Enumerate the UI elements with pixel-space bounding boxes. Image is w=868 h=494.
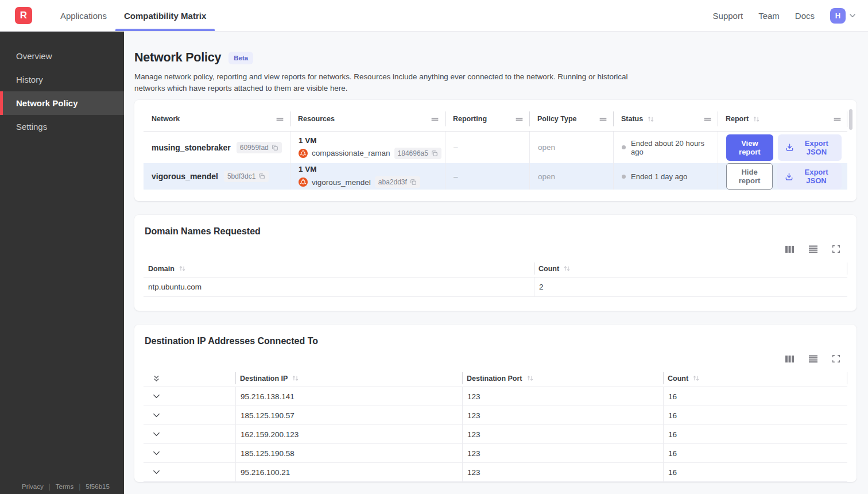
sort-icon[interactable] — [179, 265, 186, 272]
row-density-icon[interactable] — [808, 245, 818, 253]
page-description: Manage network policy, reporting and vie… — [134, 71, 635, 94]
column-header-status[interactable]: Status — [613, 107, 718, 131]
expand-all-header[interactable] — [144, 370, 235, 387]
chevron-down-icon[interactable] — [153, 413, 160, 418]
row-expander — [144, 463, 235, 481]
network-id-badge: 5bdf3dc1 — [224, 171, 269, 182]
sidebar-item-settings[interactable]: Settings — [0, 115, 124, 138]
primary-nav: Applications Compatibility Matrix — [52, 0, 215, 31]
destination-row[interactable]: 185.125.190.58 123 16 — [144, 444, 847, 463]
column-header-reporting[interactable]: Reporting — [445, 107, 529, 131]
destination-row[interactable]: 162.159.200.123 123 16 — [144, 425, 847, 444]
avatar[interactable]: H — [830, 8, 846, 24]
column-header-destination-ip[interactable]: Destination IP — [235, 370, 462, 387]
nav-link-support[interactable]: Support — [713, 11, 743, 21]
sort-icon[interactable] — [692, 375, 700, 381]
nav-link-team[interactable]: Team — [758, 11, 780, 21]
export-json-button[interactable]: Export JSON — [778, 134, 842, 161]
terms-link[interactable]: Terms — [56, 483, 73, 490]
user-menu[interactable]: H — [830, 8, 857, 24]
columns-icon[interactable] — [785, 355, 795, 363]
page-title: Network Policy — [134, 51, 221, 65]
column-header-resources[interactable]: Resources — [290, 107, 445, 131]
vm-name: vigorous_mendel — [312, 178, 371, 187]
report-cell: Hide report Export JSON — [718, 163, 847, 190]
chevron-down-icon[interactable] — [153, 470, 160, 474]
sort-icon[interactable] — [563, 265, 571, 272]
chevron-down-icon[interactable] — [153, 451, 160, 456]
double-chevron-down-icon[interactable] — [153, 375, 160, 383]
sort-icon[interactable] — [292, 375, 299, 381]
chevron-down-icon[interactable] — [153, 432, 160, 437]
sort-icon[interactable] — [753, 116, 760, 122]
row-expander — [144, 444, 235, 462]
count-cell: 16 — [663, 387, 847, 406]
column-resize-handle-icon[interactable] — [276, 117, 284, 122]
status-cell: Ended 1 day ago — [613, 163, 718, 190]
tab-applications[interactable]: Applications — [52, 0, 115, 31]
status-dot — [622, 145, 626, 149]
resources-cell: 1 VM compassionate_raman 184696a5 — [290, 132, 445, 163]
copy-icon[interactable] — [258, 173, 265, 180]
sidebar-item-history[interactable]: History — [0, 68, 124, 91]
row-expander — [144, 387, 235, 406]
destination-port-cell: 123 — [462, 425, 663, 443]
sidebar-item-network-policy[interactable]: Network Policy — [0, 91, 124, 115]
app-window: R Applications Compatibility Matrix Supp… — [0, 0, 868, 494]
download-icon — [785, 172, 793, 181]
destination-row[interactable]: 95.216.138.141 123 16 — [144, 387, 847, 406]
column-resize-handle-icon[interactable] — [703, 117, 712, 122]
network-row-vigorous-mendel[interactable]: vigorous_mendel 5bdf3dc1 1 VM vigorous_m… — [144, 163, 847, 190]
sidebar-item-overview[interactable]: Overview — [0, 44, 124, 68]
fullscreen-icon[interactable] — [832, 354, 840, 363]
column-header-network[interactable]: Network — [144, 107, 290, 131]
column-header-count[interactable]: Count — [534, 260, 847, 277]
network-name-cell: musing_stonebraker 60959fad — [144, 132, 290, 163]
status-cell: Ended about 20 hours ago — [613, 132, 718, 163]
sort-icon[interactable] — [526, 375, 534, 381]
divider: | — [49, 483, 51, 491]
column-resize-handle-icon[interactable] — [431, 117, 439, 122]
chevron-down-icon — [848, 11, 857, 20]
sort-icon[interactable] — [647, 116, 654, 122]
top-navbar: R Applications Compatibility Matrix Supp… — [0, 0, 868, 32]
network-name-cell: vigorous_mendel 5bdf3dc1 — [144, 163, 290, 190]
column-resize-handle-icon[interactable] — [833, 117, 842, 122]
nav-link-docs[interactable]: Docs — [795, 11, 815, 21]
copy-icon[interactable] — [410, 179, 417, 186]
row-density-icon[interactable] — [808, 355, 818, 363]
tab-compatibility-matrix[interactable]: Compatibility Matrix — [115, 0, 215, 31]
divider: | — [79, 483, 80, 491]
export-json-button[interactable]: Export JSON — [777, 163, 842, 190]
ubuntu-icon — [299, 177, 308, 187]
network-row-musing-stonebraker[interactable]: musing_stonebraker 60959fad 1 VM compass… — [144, 132, 847, 163]
domain-row[interactable]: ntp.ubuntu.com 2 — [144, 277, 847, 297]
destination-port-cell: 123 — [462, 387, 663, 406]
table-scrollbar[interactable] — [849, 109, 852, 130]
view-report-button[interactable]: View report — [726, 134, 773, 161]
columns-icon[interactable] — [785, 245, 795, 253]
column-resize-handle-icon[interactable] — [515, 117, 524, 122]
chevron-down-icon[interactable] — [153, 394, 160, 399]
row-expander — [144, 425, 235, 443]
main-content: Network Policy Beta Manage network polic… — [124, 32, 868, 494]
column-header-policy-type[interactable]: Policy Type — [529, 107, 613, 131]
copy-icon[interactable] — [272, 144, 278, 151]
brand-logo[interactable]: R — [15, 7, 32, 24]
destination-row[interactable]: 185.125.190.57 123 16 — [144, 406, 847, 425]
count-cell: 16 — [663, 406, 847, 424]
fullscreen-icon[interactable] — [832, 245, 840, 253]
sidebar-footer: Privacy | Terms | 5f56b15 — [0, 483, 124, 491]
column-header-destination-port[interactable]: Destination Port — [462, 370, 663, 387]
sidebar: Overview History Network Policy Settings… — [0, 32, 124, 494]
hide-report-button[interactable]: Hide report — [726, 163, 773, 190]
column-header-count[interactable]: Count — [663, 370, 847, 387]
copy-icon[interactable] — [431, 150, 438, 157]
column-resize-handle-icon[interactable] — [599, 117, 607, 122]
column-header-domain[interactable]: Domain — [144, 260, 534, 277]
destination-row[interactable]: 95.216.100.21 123 16 — [144, 463, 847, 482]
column-header-report[interactable]: Report — [718, 107, 847, 131]
privacy-link[interactable]: Privacy — [22, 483, 44, 490]
build-version: 5f56b15 — [86, 483, 110, 490]
domains-table-header: Domain Count — [144, 260, 847, 277]
